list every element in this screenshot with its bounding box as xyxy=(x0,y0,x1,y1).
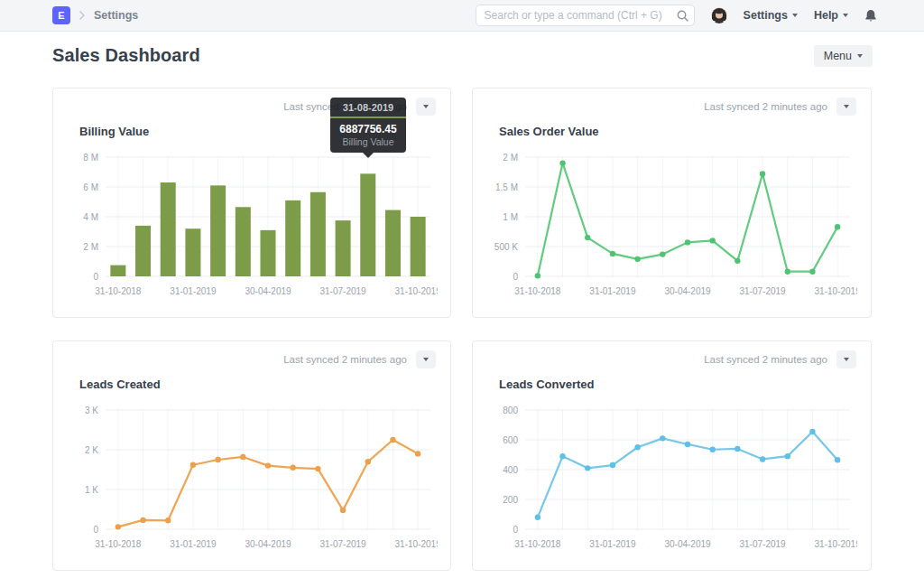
line-point[interactable] xyxy=(215,457,220,462)
svg-text:31-10-2018: 31-10-2018 xyxy=(514,539,561,549)
line-point[interactable] xyxy=(835,224,840,229)
line-point[interactable] xyxy=(760,171,765,176)
line-point[interactable] xyxy=(415,451,420,456)
svg-text:0: 0 xyxy=(93,272,98,282)
help-menu[interactable]: Help xyxy=(814,9,848,22)
bar[interactable] xyxy=(210,185,226,276)
line-point[interactable] xyxy=(165,517,171,523)
svg-text:31-10-2019: 31-10-2019 xyxy=(395,286,438,296)
help-menu-label: Help xyxy=(814,9,838,22)
svg-text:3 K: 3 K xyxy=(85,406,98,415)
svg-text:31-10-2018: 31-10-2018 xyxy=(95,286,142,296)
line-point[interactable] xyxy=(585,235,590,240)
app-logo[interactable]: E xyxy=(52,6,70,24)
line-point[interactable] xyxy=(760,456,765,461)
svg-text:500 K: 500 K xyxy=(494,242,518,252)
avatar[interactable] xyxy=(711,7,727,23)
line-point[interactable] xyxy=(290,465,295,471)
leads-created-chart[interactable]: 01 K2 K3 K31-10-201831-01-201930-04-2019… xyxy=(68,403,438,556)
notifications-bell-icon[interactable] xyxy=(864,9,877,23)
card-dropdown-button[interactable] xyxy=(836,350,856,368)
menu-button[interactable]: Menu xyxy=(814,45,873,67)
leads-converted-chart[interactable]: 020040060080031-10-201831-01-201930-04-2… xyxy=(487,403,857,556)
svg-text:6 M: 6 M xyxy=(83,182,98,192)
chevron-down-icon xyxy=(844,358,849,361)
svg-text:800: 800 xyxy=(503,406,518,415)
billing-value-chart[interactable]: 02 M4 M6 M8 M31-10-201831-01-201930-04-2… xyxy=(68,150,438,303)
svg-text:31-10-2019: 31-10-2019 xyxy=(395,539,438,549)
bar[interactable] xyxy=(411,217,426,276)
line-point[interactable] xyxy=(709,447,715,452)
settings-menu[interactable]: Settings xyxy=(744,9,798,22)
svg-text:31-07-2019: 31-07-2019 xyxy=(739,286,786,296)
chevron-down-icon xyxy=(423,105,429,108)
chevron-down-icon xyxy=(844,105,849,108)
svg-text:31-10-2018: 31-10-2018 xyxy=(95,539,142,549)
line-point[interactable] xyxy=(559,453,565,459)
line-point[interactable] xyxy=(610,462,615,468)
line-point[interactable] xyxy=(735,446,740,452)
line-point[interactable] xyxy=(809,429,815,434)
line-point[interactable] xyxy=(365,459,371,464)
svg-text:31-01-2019: 31-01-2019 xyxy=(589,539,636,549)
svg-text:1.5 M: 1.5 M xyxy=(495,182,518,192)
line-point[interactable] xyxy=(265,462,271,468)
line-point[interactable] xyxy=(390,437,395,443)
line-point[interactable] xyxy=(116,524,121,529)
card-dropdown-button[interactable] xyxy=(416,98,436,116)
breadcrumb[interactable]: Settings xyxy=(94,9,138,22)
chart-title: Leads Created xyxy=(79,378,436,392)
chart-card-sales-order-value: Last synced 2 minutes ago Sales Order Va… xyxy=(472,88,872,318)
bar[interactable] xyxy=(110,266,125,276)
line-point[interactable] xyxy=(140,517,145,523)
line-point[interactable] xyxy=(240,454,245,460)
line-point[interactable] xyxy=(685,239,690,245)
line-point[interactable] xyxy=(835,457,840,462)
line-point[interactable] xyxy=(709,238,715,243)
svg-text:30-04-2019: 30-04-2019 xyxy=(245,539,291,549)
svg-text:30-04-2019: 30-04-2019 xyxy=(664,539,711,549)
sales-order-value-chart[interactable]: 0500 K1 M1.5 M2 M31-10-201831-01-201930-… xyxy=(487,150,857,303)
bar[interactable] xyxy=(310,192,326,276)
svg-text:2 M: 2 M xyxy=(503,153,518,163)
bar[interactable] xyxy=(360,173,375,276)
line-point[interactable] xyxy=(685,442,690,447)
line-point[interactable] xyxy=(785,269,790,275)
line-point[interactable] xyxy=(809,269,815,275)
chart-card-leads-converted: Last synced 2 minutes ago Leads Converte… xyxy=(472,340,872,571)
last-synced-text: Last synced 2 minutes ago xyxy=(704,101,827,112)
chevron-down-icon xyxy=(423,358,429,361)
bar[interactable] xyxy=(161,182,176,276)
bar[interactable] xyxy=(336,220,351,276)
line-point[interactable] xyxy=(190,462,196,468)
bar[interactable] xyxy=(236,207,251,276)
settings-menu-label: Settings xyxy=(744,9,788,22)
page-header: Sales Dashboard Menu xyxy=(0,32,924,79)
search-box xyxy=(476,5,695,26)
line-point[interactable] xyxy=(735,258,740,264)
card-dropdown-button[interactable] xyxy=(836,98,856,116)
line-point[interactable] xyxy=(660,251,665,256)
line-point[interactable] xyxy=(610,251,615,256)
bar[interactable] xyxy=(285,200,300,276)
line-point[interactable] xyxy=(535,515,541,520)
svg-text:30-04-2019: 30-04-2019 xyxy=(664,286,711,296)
bar[interactable] xyxy=(135,226,151,276)
line-point[interactable] xyxy=(535,273,541,278)
bar[interactable] xyxy=(185,228,200,276)
bar[interactable] xyxy=(261,230,276,276)
line-point[interactable] xyxy=(660,435,665,441)
line-point[interactable] xyxy=(785,453,790,459)
line-point[interactable] xyxy=(315,466,320,471)
line-point[interactable] xyxy=(585,465,590,471)
bar[interactable] xyxy=(385,210,401,276)
chart-title: Leads Converted xyxy=(499,378,856,392)
line-point[interactable] xyxy=(634,444,640,450)
search-input[interactable] xyxy=(476,5,695,26)
line-point[interactable] xyxy=(634,256,640,262)
card-dropdown-button[interactable] xyxy=(416,350,436,368)
line-point[interactable] xyxy=(559,160,565,165)
line-point[interactable] xyxy=(340,508,346,513)
tooltip-label: Billing Value xyxy=(330,135,406,153)
search-icon[interactable] xyxy=(677,9,688,25)
